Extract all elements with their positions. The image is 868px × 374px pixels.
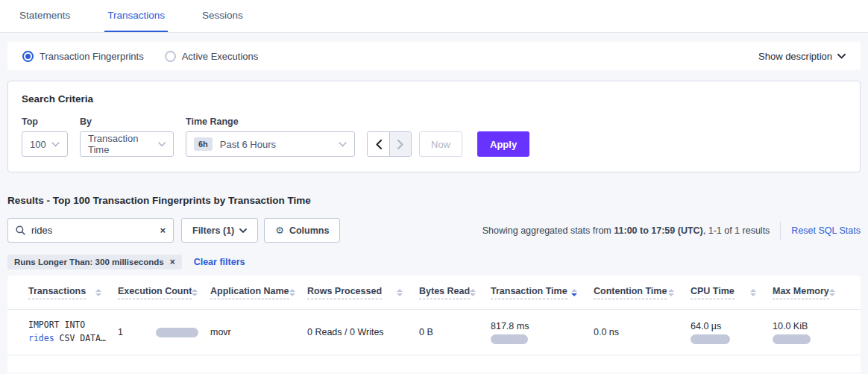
clear-search-icon[interactable]: × [160, 225, 166, 235]
column-header-cpu-time[interactable]: CPU Time [691, 286, 773, 299]
table-header-row: Transactions Execution Count Application… [7, 275, 861, 310]
bytes-read-cell: 0 B [419, 327, 491, 337]
column-header-transaction-time[interactable]: Transaction Time [491, 286, 594, 299]
rows-processed-cell: 0 Reads / 0 Writes [307, 327, 419, 337]
sort-icon [829, 289, 835, 296]
sort-icon [470, 289, 476, 296]
cpu-time-cell: 64.0 µs [691, 321, 773, 344]
active-filters-row: Runs Longer Than: 300 milliseconds × Cle… [7, 255, 861, 269]
columns-label: Columns [289, 225, 329, 236]
clear-filters-link[interactable]: Clear filters [194, 257, 245, 267]
vertical-divider [780, 222, 781, 240]
chevron-down-icon [837, 54, 846, 59]
chevron-right-icon [397, 140, 403, 149]
next-time-range-button[interactable] [389, 132, 411, 156]
chevron-down-icon [339, 142, 347, 147]
search-box[interactable]: × [7, 218, 174, 243]
time-range-badge: 6h [194, 137, 213, 151]
time-range-field: Time Range 6h Past 6 Hours [186, 116, 355, 157]
radio-label: Active Executions [182, 51, 259, 62]
max-memory-cell: 10.0 KiB [773, 321, 840, 344]
transaction-time-cell: 817.8 ms [491, 321, 594, 344]
execution-count-cell: 1 [118, 327, 210, 337]
execution-count-bar [156, 328, 198, 337]
sort-icon [289, 289, 295, 296]
radio-transaction-fingerprints[interactable]: Transaction Fingerprints [22, 51, 144, 62]
page-tabbar: Statements Transactions Sessions [0, 0, 868, 33]
sort-icon [668, 289, 674, 296]
now-button[interactable]: Now [419, 131, 462, 157]
radio-unselected-icon [165, 51, 176, 62]
time-range-select[interactable]: 6h Past 6 Hours [186, 131, 355, 157]
filters-button[interactable]: Filters (1) [181, 218, 258, 243]
tab-transactions[interactable]: Transactions [104, 0, 168, 32]
results-controls-row: × Filters (1) ⚙ Columns Showing aggregat… [7, 218, 861, 243]
gear-icon: ⚙ [275, 225, 284, 236]
time-range-pager [367, 131, 412, 157]
top-label: Top [22, 116, 68, 127]
cpu-time-bar [691, 334, 730, 344]
sort-icon [397, 289, 403, 296]
show-description-label: Show description [758, 51, 832, 62]
by-field: By Transaction Time [80, 116, 174, 157]
radio-active-executions[interactable]: Active Executions [165, 51, 259, 62]
transaction-fingerprint-cell: IMPORT INTO rides CSV DATA… [28, 319, 118, 346]
radio-selected-icon [22, 51, 34, 62]
reset-sql-stats-link[interactable]: Reset SQL Stats [791, 225, 861, 236]
previous-time-range-button[interactable] [368, 132, 389, 156]
chevron-down-icon [239, 228, 247, 233]
sort-icon-active [571, 289, 577, 296]
show-description-toggle[interactable]: Show description [758, 51, 846, 62]
time-range-label: Time Range [186, 116, 355, 127]
column-header-rows-processed[interactable]: Rows Processed [307, 286, 419, 299]
filter-pill[interactable]: Runs Longer Than: 300 milliseconds × [7, 255, 182, 269]
column-header-execution-count[interactable]: Execution Count [118, 286, 210, 299]
table-row: IMPORT INTO rides CSV DATA… 1 movr 0 Rea… [7, 310, 861, 355]
filters-label: Filters (1) [192, 225, 234, 236]
search-criteria-card: Search Criteria Top 100 By Transaction T… [7, 81, 861, 172]
chevron-down-icon [51, 142, 60, 147]
column-header-bytes-read[interactable]: Bytes Read [419, 286, 491, 299]
tab-statements[interactable]: Statements [16, 0, 73, 32]
by-select-value: Transaction Time [88, 133, 158, 155]
results-table: Transactions Execution Count Application… [7, 275, 861, 373]
transaction-fingerprint-link[interactable]: rides [28, 333, 54, 343]
chevron-left-icon [376, 140, 382, 149]
filter-pill-label: Runs Longer Than: 300 milliseconds [14, 258, 164, 267]
search-icon [16, 225, 25, 235]
remove-filter-icon[interactable]: × [170, 258, 175, 267]
sort-icon [95, 289, 101, 296]
column-header-contention-time[interactable]: Contention Time [594, 286, 691, 299]
by-select[interactable]: Transaction Time [80, 131, 174, 157]
column-header-max-memory[interactable]: Max Memory [773, 286, 852, 299]
application-name-cell: movr [210, 327, 307, 337]
max-memory-bar [773, 334, 811, 344]
transaction-time-bar [491, 334, 528, 344]
columns-button[interactable]: ⚙ Columns [264, 218, 340, 243]
column-header-transactions[interactable]: Transactions [28, 286, 118, 299]
sort-icon [192, 289, 198, 296]
radio-label: Transaction Fingerprints [40, 51, 144, 62]
tab-sessions[interactable]: Sessions [199, 0, 246, 32]
by-label: By [80, 116, 174, 127]
apply-button[interactable]: Apply [477, 131, 529, 157]
view-toggle-band: Transaction Fingerprints Active Executio… [7, 42, 861, 70]
contention-time-cell: 0.0 ns [594, 327, 691, 337]
chevron-down-icon [158, 142, 166, 147]
results-heading: Results - Top 100 Transaction Fingerprin… [7, 195, 861, 206]
sort-icon [750, 289, 756, 296]
time-range-value: Past 6 Hours [220, 139, 276, 150]
search-input[interactable] [31, 225, 160, 236]
top-select-value: 100 [30, 139, 46, 150]
column-header-application-name[interactable]: Application Name [210, 286, 307, 299]
top-field: Top 100 [22, 116, 68, 157]
top-select[interactable]: 100 [22, 131, 68, 157]
search-criteria-title: Search Criteria [22, 93, 846, 105]
aggregated-stats-text: Showing aggregated stats from 11:00 to 1… [482, 225, 770, 236]
